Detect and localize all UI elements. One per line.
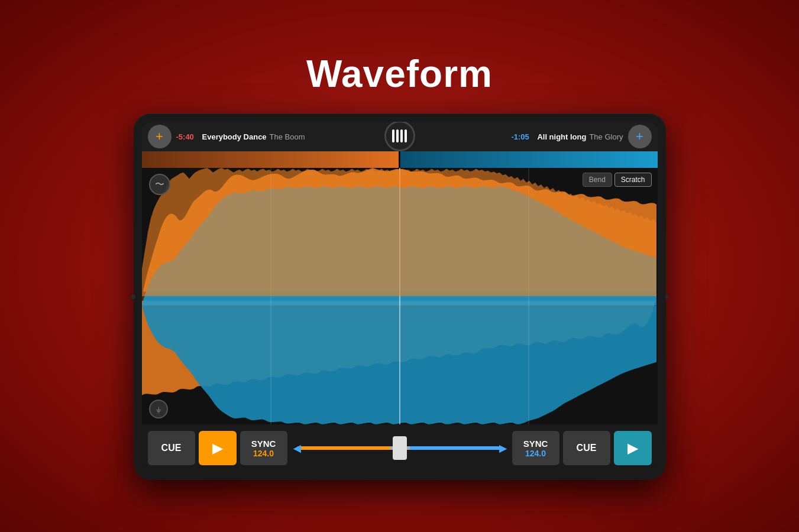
play-left-button[interactable]: ▶: [199, 431, 237, 465]
page-title: Waveform: [306, 52, 493, 96]
spinner-line-3: [400, 129, 403, 142]
crossfader-handle[interactable]: [393, 436, 407, 460]
app-screen: + -5:40 Everybody Dance The Boom -1:05: [142, 122, 658, 472]
spinner-lines: [392, 129, 407, 142]
scratch-button[interactable]: Scratch: [614, 173, 652, 187]
bend-scratch-controls: Bend Scratch: [583, 173, 652, 187]
track-title-right: All night long: [537, 132, 586, 141]
tablet-device: + -5:40 Everybody Dance The Boom -1:05: [134, 113, 666, 480]
waveform-mode-button[interactable]: 〜: [149, 174, 170, 195]
sync-left-button[interactable]: SYNC 124.0: [240, 431, 287, 465]
top-bar: + -5:40 Everybody Dance The Boom -1:05: [142, 122, 658, 151]
bend-button[interactable]: Bend: [583, 173, 612, 187]
sync-right-button[interactable]: SYNC 124.0: [512, 431, 559, 465]
cue-left-button[interactable]: CUE: [148, 431, 195, 465]
spinner-button[interactable]: [384, 122, 415, 151]
track-time-right: -1:05: [511, 132, 532, 141]
waveform-controls: 〜: [149, 174, 170, 195]
bottom-controls: CUE ▶ SYNC 124.0 ◀ ▶ SYNC 124.0: [142, 424, 658, 472]
sync-left-bpm: 124.0: [253, 449, 274, 458]
mini-waveform-bar: [142, 151, 658, 168]
cf-arrow-right: ▶: [499, 443, 506, 454]
cue-right-button[interactable]: CUE: [563, 431, 610, 465]
waveform-area[interactable]: 〜 Bend Scratch: [142, 168, 658, 424]
play-right-button[interactable]: ▶: [614, 431, 652, 465]
tablet-camera-left: [131, 294, 135, 299]
grounding-button[interactable]: ⏚: [149, 400, 168, 419]
cf-arrow-left: ◀: [293, 443, 300, 454]
track-time-left: -5:40: [176, 132, 198, 141]
mini-wave-right: [400, 151, 658, 168]
play-right-icon: ▶: [627, 440, 638, 456]
sync-right-label: SYNC: [523, 439, 548, 449]
track-artist-left: The Boom: [270, 132, 305, 141]
track-artist-right: The Glory: [589, 132, 623, 141]
sync-right-bpm: 124.0: [525, 449, 546, 458]
spinner-line-2: [396, 129, 399, 142]
spinner-line-4: [405, 129, 407, 142]
track-title-left: Everybody Dance: [202, 132, 267, 141]
crossfader[interactable]: ◀ ▶: [291, 446, 509, 450]
track-info-left: -5:40 Everybody Dance The Boom: [176, 132, 400, 141]
add-track-left-button[interactable]: +: [148, 125, 172, 148]
play-left-icon: ▶: [212, 440, 223, 456]
sync-left-label: SYNC: [251, 439, 276, 449]
mini-wave-left: [142, 151, 399, 168]
tablet-camera-right: [665, 295, 669, 299]
waveform-svg: [142, 168, 658, 424]
track-info-right: -1:05 All night long The Glory: [400, 132, 623, 141]
spinner-line-1: [392, 129, 394, 142]
crossfader-track: [297, 446, 503, 450]
add-track-right-button[interactable]: +: [628, 125, 652, 148]
